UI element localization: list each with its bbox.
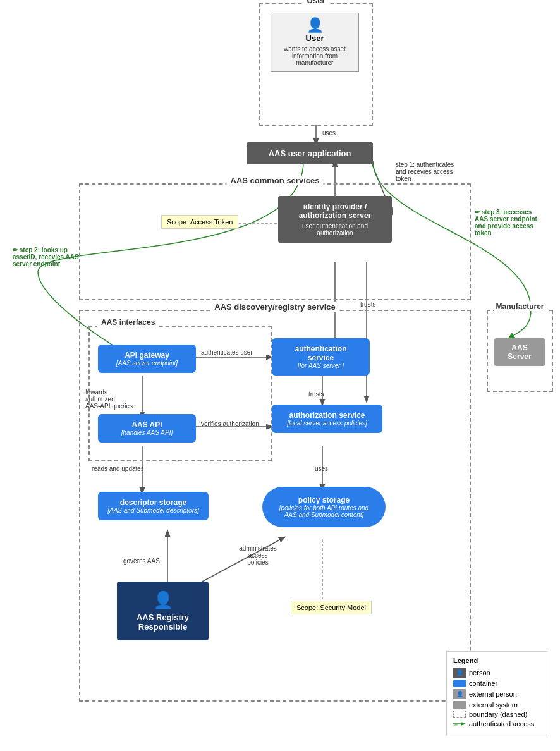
legend-ext-person-label: external person	[469, 690, 517, 698]
manufacturer-label: Manufacturer	[493, 302, 546, 311]
descriptor-title: descriptor storage	[106, 498, 201, 507]
user-title: User	[276, 34, 353, 43]
auth-svc-title: authorization service	[279, 411, 375, 420]
policy-sub: [policies for both API routes and AAS an…	[270, 504, 378, 518]
legend-person-label: person	[469, 669, 490, 676]
diagram-container: User 👤 User wants to access asset inform…	[0, 0, 560, 751]
trusts-label-2: trusts	[360, 301, 375, 308]
administrates-label: administrates access policies	[233, 545, 283, 566]
authentication-service-box: authentication service [for AAS server ]	[272, 338, 370, 376]
user-icon: 👤	[276, 18, 353, 32]
legend: Legend 👤 person container 👤 external per…	[446, 651, 547, 735]
scope-access-token: Scope: Access Token	[161, 215, 238, 229]
descriptor-storage-box: descriptor storage [AAS and Submodel des…	[98, 492, 209, 520]
api-gateway-box: API gateway [AAS server endpoint]	[98, 345, 196, 373]
user-boundary-label: User	[303, 0, 329, 5]
auth-svc-sub: [local server access policies]	[279, 420, 375, 427]
aas-api-box: AAS API [handles AAS API]	[98, 414, 196, 443]
svg-text:✏: ✏	[454, 723, 458, 727]
legend-container-item: container	[453, 680, 540, 687]
aas-interfaces-label: AAS interfaces	[97, 318, 159, 327]
aas-api-title: AAS API	[106, 420, 188, 429]
descriptor-sub: [AAS and Submodel descriptors]	[106, 507, 201, 514]
auth-service-title: authentication service	[279, 345, 362, 362]
step1-annotation: step 1: authenticates and recevies acces…	[396, 161, 478, 182]
uses-label2: uses	[315, 465, 328, 472]
registry-title: AAS Registry Responsible	[125, 613, 201, 632]
legend-ext-system-icon	[453, 701, 466, 709]
legend-container-label: container	[469, 680, 497, 687]
user-subtitle: wants to access asset information from m…	[276, 46, 353, 66]
uses-label: uses	[322, 130, 336, 137]
governs-label: governs AAS	[123, 558, 160, 565]
api-gateway-title: API gateway	[106, 351, 188, 360]
identity-title: identity provider / authorization server	[284, 202, 386, 220]
step3-annotation: ✏ step 3: accesses AAS server endpoint a…	[475, 209, 547, 236]
reads-updates-label: reads and updates	[92, 465, 144, 472]
policy-title: policy storage	[270, 496, 378, 504]
aas-api-sub: [handles AAS API]	[106, 429, 188, 436]
legend-auth-access-item: ✏ authenticated access	[453, 720, 540, 728]
aas-registry-responsible-box: 👤 AAS Registry Responsible	[117, 582, 209, 640]
legend-boundary-icon	[453, 711, 466, 718]
trusts-label-3: trusts	[308, 391, 324, 398]
legend-ext-person-icon: 👤	[453, 689, 466, 699]
verifies-auth-label: verifies authorization	[201, 420, 259, 427]
legend-auth-arrow-icon: ✏	[453, 720, 466, 728]
legend-ext-person-item: 👤 external person	[453, 689, 540, 699]
scope-security-model: Scope: Security Model	[291, 601, 372, 614]
aas-discovery-label: AAS discovery/registry service	[210, 302, 339, 312]
aas-user-app-label: AAS user application	[269, 149, 351, 158]
identity-subtitle: user authentication and authorization	[284, 223, 386, 236]
legend-ext-system-label: external system	[469, 701, 518, 709]
auth-service-sub: [for AAS server ]	[279, 362, 362, 369]
legend-auth-access-label: authenticated access	[469, 720, 534, 728]
legend-container-icon	[453, 680, 466, 687]
legend-ext-system-item: external system	[453, 701, 540, 709]
legend-person-icon: 👤	[453, 668, 466, 678]
legend-title: Legend	[453, 657, 540, 664]
user-box: 👤 User wants to access asset information…	[271, 13, 359, 72]
aas-common-services-boundary: AAS common services	[79, 183, 471, 300]
api-gateway-sub: [AAS server endpoint]	[106, 360, 188, 367]
forwards-label: fowards authorized AAS-API queries	[85, 389, 136, 410]
policy-storage-box: policy storage [policies for both API ro…	[262, 487, 386, 527]
legend-boundary-item: boundary (dashed)	[453, 711, 540, 718]
legend-person-item: 👤 person	[453, 668, 540, 678]
authorization-service-box: authorization service [local server acce…	[272, 405, 382, 433]
aas-user-app-box: AAS user application	[247, 142, 373, 164]
identity-provider-box: identity provider / authorization server…	[278, 196, 392, 243]
registry-icon: 👤	[125, 590, 201, 610]
aas-common-services-label: AAS common services	[227, 176, 324, 185]
svg-marker-16	[461, 722, 466, 726]
legend-boundary-label: boundary (dashed)	[469, 711, 527, 718]
step2-annotation: ✏ step 2: looks up assetID, recevies AAS…	[13, 247, 88, 267]
authenticates-user-label: authenticates user	[201, 349, 253, 356]
aas-server-box: AAS Server	[494, 338, 545, 366]
